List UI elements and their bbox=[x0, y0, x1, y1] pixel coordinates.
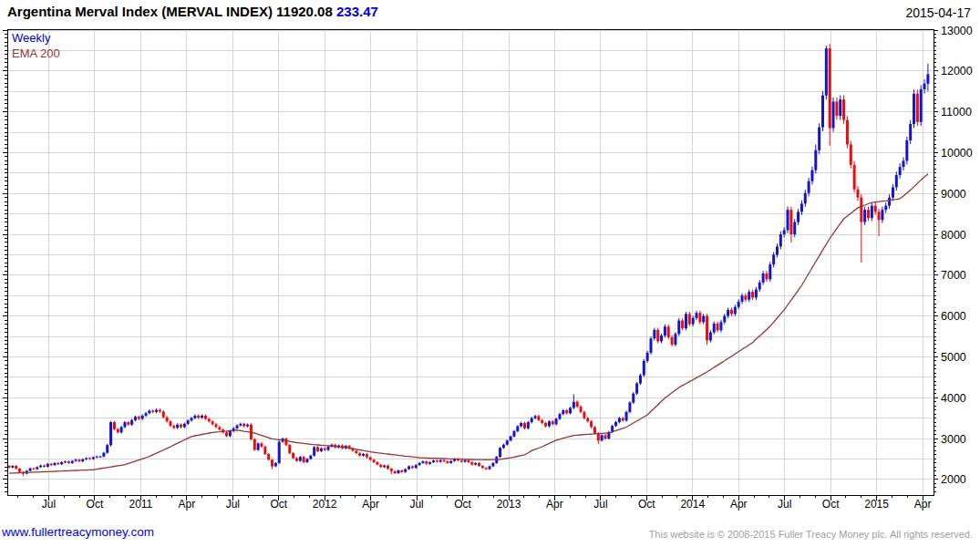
candle bbox=[274, 462, 277, 467]
candle bbox=[214, 423, 217, 428]
candle bbox=[169, 420, 171, 428]
candle bbox=[180, 423, 182, 428]
y-axis-labels: 2000300040005000600070008000900010000110… bbox=[941, 25, 973, 487]
candle bbox=[881, 207, 883, 223]
candle bbox=[257, 442, 260, 450]
candle bbox=[713, 322, 716, 335]
candle bbox=[516, 425, 519, 432]
candle bbox=[660, 334, 663, 344]
candle bbox=[387, 465, 389, 470]
candle bbox=[446, 460, 449, 464]
candle bbox=[425, 460, 428, 465]
candle bbox=[57, 462, 59, 465]
x-tick-label: Apr bbox=[546, 498, 563, 511]
candle bbox=[394, 470, 397, 474]
candle bbox=[787, 207, 789, 233]
candle bbox=[404, 469, 407, 473]
candle bbox=[639, 374, 642, 386]
candle bbox=[702, 314, 705, 324]
candle bbox=[127, 421, 129, 426]
candle bbox=[436, 459, 438, 462]
candle bbox=[681, 318, 684, 330]
candle bbox=[523, 422, 526, 429]
candle bbox=[355, 449, 357, 454]
candle bbox=[67, 460, 70, 464]
candle bbox=[671, 335, 674, 346]
candle bbox=[397, 470, 400, 474]
candle bbox=[625, 410, 628, 421]
candle bbox=[738, 299, 740, 309]
candle bbox=[96, 456, 98, 459]
candle bbox=[565, 409, 568, 415]
candle bbox=[685, 312, 687, 330]
candle bbox=[821, 91, 824, 131]
candle bbox=[744, 294, 747, 303]
candle bbox=[643, 359, 645, 377]
candle bbox=[544, 422, 547, 428]
candle bbox=[727, 307, 729, 318]
candle bbox=[850, 140, 852, 168]
candle bbox=[510, 436, 512, 442]
candle bbox=[667, 325, 670, 339]
candle bbox=[734, 304, 737, 316]
candle bbox=[109, 421, 112, 447]
candle bbox=[43, 465, 46, 468]
candle bbox=[138, 416, 140, 420]
candle bbox=[478, 462, 480, 467]
candle bbox=[534, 415, 537, 419]
candle bbox=[674, 332, 676, 346]
y-tick-label: 3000 bbox=[941, 433, 966, 446]
candle bbox=[842, 96, 845, 124]
candle bbox=[267, 453, 270, 460]
candle bbox=[260, 442, 263, 448]
x-tick-label: 2015 bbox=[864, 498, 889, 511]
candle bbox=[303, 456, 305, 463]
candle bbox=[677, 318, 680, 335]
candle bbox=[902, 157, 904, 170]
candle bbox=[856, 186, 859, 201]
candle bbox=[295, 457, 298, 461]
candle bbox=[36, 466, 38, 470]
candle bbox=[151, 409, 154, 413]
candle bbox=[576, 400, 579, 408]
x-tick-label: Oct bbox=[270, 498, 287, 511]
x-tick-label: 2014 bbox=[680, 498, 705, 511]
candle bbox=[292, 452, 294, 459]
y-tick-label: 9000 bbox=[941, 188, 966, 201]
candle bbox=[783, 227, 786, 237]
y-tick-label: 7000 bbox=[941, 269, 966, 282]
candle bbox=[884, 202, 887, 212]
candle bbox=[860, 194, 862, 263]
candle bbox=[717, 322, 719, 333]
candle bbox=[558, 413, 561, 420]
candle bbox=[814, 144, 817, 173]
candle bbox=[11, 465, 14, 469]
candle bbox=[878, 209, 881, 236]
candle bbox=[835, 98, 838, 120]
candle bbox=[664, 325, 666, 337]
candle bbox=[762, 271, 765, 284]
y-tick-label: 4000 bbox=[941, 392, 966, 405]
candle bbox=[800, 201, 803, 215]
candle bbox=[818, 123, 820, 153]
candle bbox=[239, 423, 242, 427]
candle bbox=[242, 423, 245, 428]
candle bbox=[428, 461, 431, 465]
candle bbox=[50, 463, 53, 466]
candle bbox=[573, 395, 575, 409]
candle bbox=[32, 468, 35, 470]
candle bbox=[632, 392, 634, 404]
candle bbox=[54, 462, 57, 466]
candle bbox=[155, 408, 158, 414]
candle bbox=[899, 163, 902, 179]
candle bbox=[789, 207, 792, 243]
candle bbox=[706, 314, 708, 345]
candle bbox=[888, 194, 891, 209]
candle bbox=[134, 416, 137, 421]
candle bbox=[8, 465, 11, 469]
candle bbox=[499, 447, 501, 458]
site-link[interactable]: www.fullertreacymoney.com bbox=[2, 525, 154, 539]
candle bbox=[846, 116, 849, 148]
y-tick-label: 11000 bbox=[941, 106, 972, 119]
candle bbox=[656, 328, 659, 344]
